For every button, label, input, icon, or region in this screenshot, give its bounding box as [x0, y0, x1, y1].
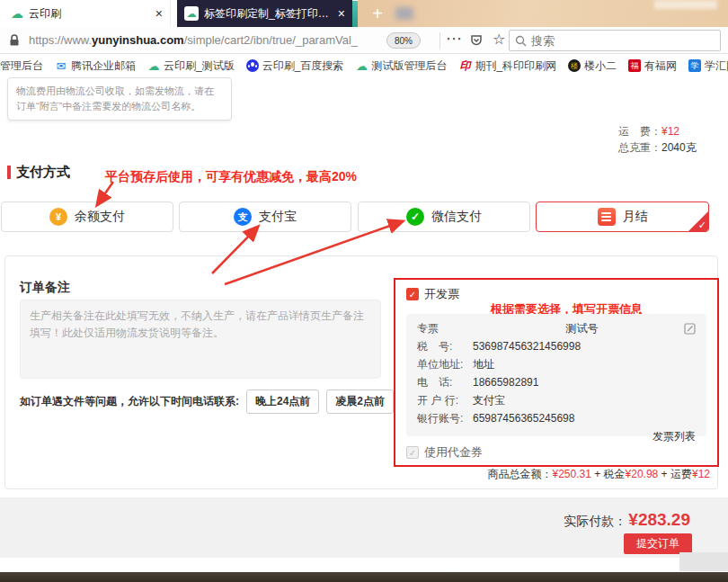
weight-value: 2040克: [661, 139, 697, 156]
payment-balance-button[interactable]: ¥ 余额支付: [1, 201, 173, 232]
invoice-row-tax: 税 号:536987456321456998: [417, 337, 696, 355]
order-note-input[interactable]: [20, 300, 381, 379]
checkbox-checked-icon: ✓: [406, 288, 419, 300]
close-icon[interactable]: ×: [155, 7, 163, 20]
bookmark-label: 有福网: [644, 58, 677, 74]
section-accent-bar: [7, 166, 11, 179]
row-label: 税 号:: [417, 337, 473, 355]
payment-wechat-button[interactable]: ✓ 微信支付: [358, 201, 530, 232]
bookmark-label: 云印刷_测试版: [164, 58, 235, 74]
louxiaoer-icon: 楼: [568, 59, 581, 72]
bookmark-louxiaoer[interactable]: 楼楼小二: [568, 58, 617, 74]
cloud-icon: ☁: [355, 59, 368, 72]
order-note-title: 订单备注: [20, 280, 70, 296]
invoice-row-bank: 开 户 行:支付宝: [417, 391, 696, 409]
payment-label: 微信支付: [431, 209, 482, 225]
bookmark-yunyinshua-test[interactable]: ☁云印刷_测试版: [147, 58, 235, 74]
pocket-icon[interactable]: [469, 33, 484, 51]
new-tab-button[interactable]: +: [367, 3, 388, 24]
payment-label: 支付宝: [259, 209, 297, 225]
invoice-checkbox[interactable]: ✓ 开发票: [406, 286, 459, 302]
freight-label: 运费: [670, 468, 692, 480]
search-box[interactable]: [509, 30, 721, 51]
time-option-before-24[interactable]: 晚上24点前: [246, 389, 319, 414]
invoice-list-link[interactable]: 发票列表: [417, 429, 696, 444]
cloud-icon: ☁: [147, 59, 160, 72]
tab-bar: + ☁ 云印刷 × ☁ 标签印刷定制_标签打印_ 不干 ×: [0, 0, 728, 27]
row-label: 开 户 行:: [417, 391, 473, 409]
close-icon[interactable]: ×: [338, 7, 345, 20]
time-option-before-2am[interactable]: 凌晨2点前: [326, 389, 394, 414]
payment-section-header: 支付方式: [7, 164, 70, 181]
freight-label: 运 费：: [618, 123, 661, 139]
mail-icon: ✉: [55, 59, 67, 72]
cloud-favicon-icon: ☁: [11, 6, 23, 21]
order-detail-panel: 订单备注 如订单遇文件等问题，允许以下时间电话联系: 晚上24点前 凌晨2点前 …: [4, 255, 718, 489]
url-prefix: https://www.: [29, 33, 92, 47]
keyin-icon: 印: [458, 59, 471, 72]
voucher-checkbox[interactable]: ✓ 使用代金券: [406, 444, 483, 461]
invoice-annotation-box: ✓ 开发票 根据需要选择，填写开票信息 专票 测试号 税 号:536987456…: [394, 278, 719, 467]
tab-yunyinshua[interactable]: ☁ 云印刷 ×: [4, 0, 171, 27]
desktop-edge: [0, 572, 728, 582]
tax-label: 税金: [604, 468, 626, 480]
bookmark-label: 云印刷_百度搜索: [262, 58, 344, 74]
order-totals: 商品总金额：¥250.31 + 税金¥20.98 + 运费¥12: [487, 467, 710, 482]
search-icon: [515, 35, 527, 47]
window-corner: [679, 552, 728, 571]
baidu-paw-icon: [246, 59, 259, 72]
url-field[interactable]: https://www.yunyinshua.com/simple/cart2/…: [29, 33, 358, 47]
youfu-icon: 福: [628, 59, 641, 72]
xuehui-icon: 学: [688, 59, 701, 72]
bookmark-star-icon[interactable]: ☆: [493, 31, 505, 48]
payment-label: 余额支付: [75, 209, 125, 225]
moneybag-icon: ¥: [49, 208, 67, 226]
divider: [439, 32, 440, 49]
row-label: 银行账号:: [417, 409, 473, 427]
payment-monthly-button[interactable]: 月结 ✓: [536, 201, 709, 232]
tab-label-printing[interactable]: ☁ 标签印刷定制_标签打印_ 不干 ×: [177, 0, 352, 27]
row-value: 65987456365245698: [473, 409, 574, 427]
check-icon: ✓: [698, 219, 706, 231]
bookmark-keyin[interactable]: 印期刊_科印印刷网: [458, 58, 556, 74]
invoice-type: 专票: [417, 321, 480, 336]
bookmark-xuehui[interactable]: 学学汇网: [688, 58, 728, 74]
page-actions-icon[interactable]: ⋯: [446, 29, 462, 49]
freight-value: ¥12: [661, 123, 679, 139]
pay-label: 实际付款：: [564, 514, 626, 530]
wallpaper-blur: [654, 0, 717, 9]
bookmarks-bar: 刷管理后台 ✉腾讯企业邮箱 ☁云印刷_测试版 云印刷_百度搜索 ☁测试版管理后台…: [0, 55, 728, 76]
bookmark-baidu-search[interactable]: 云印刷_百度搜索: [246, 58, 344, 74]
edit-icon[interactable]: [684, 323, 696, 335]
pay-value: ¥283.29: [628, 510, 690, 530]
search-input[interactable]: [531, 34, 715, 48]
bookmark-tencent-mail[interactable]: ✉腾讯企业邮箱: [55, 58, 136, 74]
checkbox-disabled-icon: ✓: [406, 446, 419, 459]
row-value: 18665982891: [473, 373, 538, 391]
plus-sign: +: [594, 468, 600, 480]
bookmark-youfu[interactable]: 福有福网: [628, 58, 677, 74]
bookmark-label: 期刊_科印印刷网: [475, 58, 556, 74]
row-label: 单位地址:: [417, 355, 473, 373]
titlebar-background: +: [358, 0, 728, 27]
zoom-level-badge[interactable]: 80%: [386, 32, 421, 49]
browser-window: + ☁ 云印刷 × ☁ 标签印刷定制_标签打印_ 不干 × https://ww…: [0, 0, 728, 582]
coin-stack-icon: [598, 208, 616, 226]
invoice-info-panel: 专票 测试号 税 号:536987456321456998 单位地址:地址 电 …: [406, 314, 706, 436]
totals-label: 商品总金额：: [487, 468, 552, 480]
payment-alipay-button[interactable]: 支 支付宝: [179, 201, 351, 232]
wechat-icon: ✓: [406, 208, 424, 226]
submit-order-button[interactable]: 提交订单: [624, 533, 692, 554]
bookmark-admin[interactable]: 刷管理后台: [0, 58, 43, 74]
invoice-row-phone: 电 话:18665982891: [417, 373, 696, 391]
bookmark-label: 楼小二: [584, 58, 617, 74]
voucher-label: 使用代金券: [424, 444, 483, 461]
freight-summary: 运 费：¥12 总克重：2040克: [618, 123, 697, 156]
bookmark-test-admin[interactable]: ☁测试版管理后台: [355, 58, 447, 74]
row-value: 支付宝: [473, 391, 505, 409]
logistics-tooltip: 物流费用由物流公司收取，如需发物流，请在订单“附言”中备注需要发的物流公司名称。: [7, 77, 232, 121]
goods-total: ¥250.31: [552, 468, 590, 480]
invoice-row-account: 银行账号:65987456365245698: [417, 409, 696, 427]
plus-sign: +: [661, 468, 668, 480]
payment-label: 月结: [623, 209, 648, 225]
